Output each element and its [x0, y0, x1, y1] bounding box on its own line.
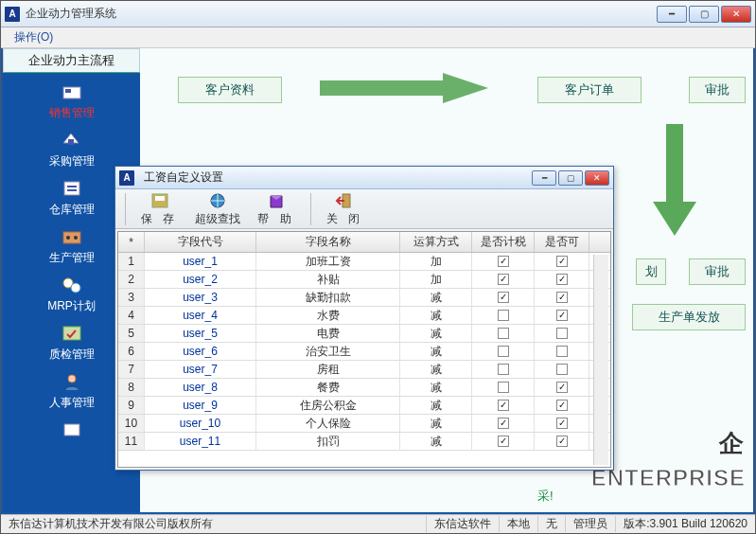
- cell-calc[interactable]: 减: [400, 361, 472, 378]
- cell-tax[interactable]: [472, 379, 535, 396]
- cell-calc[interactable]: 加: [400, 271, 472, 288]
- cell-enable[interactable]: [535, 379, 589, 396]
- checkbox-enable[interactable]: [556, 436, 568, 447]
- cell-enable[interactable]: [535, 433, 589, 450]
- cell-enable[interactable]: [535, 397, 589, 414]
- cell-calc[interactable]: 减: [400, 397, 472, 414]
- cell-name[interactable]: 房租: [256, 361, 400, 378]
- cell-name[interactable]: 个人保险: [256, 415, 400, 432]
- table-row[interactable]: 4user_4水费减: [118, 307, 610, 325]
- cell-tax[interactable]: [472, 325, 535, 342]
- checkbox-enable[interactable]: [556, 364, 568, 375]
- table-row[interactable]: 2user_2补贴加: [118, 271, 610, 289]
- close-toolbar-button[interactable]: 关 闭: [323, 189, 367, 229]
- checkbox-tax[interactable]: [498, 328, 509, 339]
- checkbox-tax[interactable]: [498, 274, 509, 285]
- checkbox-enable[interactable]: [556, 292, 568, 303]
- cell-enable[interactable]: [535, 361, 589, 378]
- checkbox-tax[interactable]: [498, 418, 509, 429]
- bg-box-prod-release[interactable]: 生产单发放: [632, 304, 746, 330]
- cell-calc[interactable]: 减: [400, 415, 472, 432]
- checkbox-enable[interactable]: [556, 400, 568, 411]
- cell-tax[interactable]: [472, 343, 535, 360]
- cell-calc[interactable]: 减: [400, 433, 472, 450]
- cell-calc[interactable]: 减: [400, 325, 472, 342]
- cell-name[interactable]: 住房公积金: [256, 397, 400, 414]
- table-row[interactable]: 5user_5电费减: [118, 325, 610, 343]
- cell-enable[interactable]: [535, 271, 589, 288]
- checkbox-tax[interactable]: [498, 346, 509, 357]
- cell-calc[interactable]: 减: [400, 343, 472, 360]
- cell-name[interactable]: 加班工资: [256, 253, 400, 270]
- dialog-minimize-button[interactable]: ━: [532, 170, 556, 186]
- cell-code[interactable]: user_8: [145, 379, 256, 396]
- dialog-close-button[interactable]: ✕: [585, 170, 609, 186]
- checkbox-tax[interactable]: [498, 382, 509, 393]
- checkbox-tax[interactable]: [498, 256, 509, 267]
- minimize-button[interactable]: ━: [657, 6, 687, 23]
- cell-enable[interactable]: [535, 307, 589, 324]
- cell-name[interactable]: 治安卫生: [256, 343, 400, 360]
- cell-name[interactable]: 缺勤扣款: [256, 289, 400, 306]
- cell-name[interactable]: 补贴: [256, 271, 400, 288]
- cell-calc[interactable]: 减: [400, 379, 472, 396]
- table-row[interactable]: 7user_7房租减: [118, 361, 610, 379]
- cell-tax[interactable]: [472, 415, 535, 432]
- table-row[interactable]: 3user_3缺勤扣款减: [118, 289, 610, 307]
- bg-box-approve2[interactable]: 审批: [689, 258, 746, 285]
- dialog-maximize-button[interactable]: ▢: [558, 170, 583, 186]
- col-name[interactable]: 字段名称: [256, 232, 400, 252]
- bg-box-approve[interactable]: 审批: [689, 77, 746, 103]
- cell-name[interactable]: 水费: [256, 307, 400, 324]
- checkbox-tax[interactable]: [498, 400, 509, 411]
- cell-code[interactable]: user_3: [145, 289, 256, 306]
- sidebar-item-1[interactable]: 采购管理: [3, 129, 140, 169]
- checkbox-tax[interactable]: [498, 310, 509, 321]
- cell-name[interactable]: 餐费: [256, 379, 400, 396]
- cell-enable[interactable]: [535, 415, 589, 432]
- cell-tax[interactable]: [472, 253, 535, 270]
- cell-code[interactable]: user_10: [145, 415, 256, 432]
- cell-code[interactable]: user_5: [145, 325, 256, 342]
- dialog-titlebar[interactable]: A 工资自定义设置 ━ ▢ ✕: [115, 167, 613, 189]
- table-row[interactable]: 11user_11扣罚减: [118, 433, 610, 451]
- cell-code[interactable]: user_11: [145, 433, 256, 450]
- cell-name[interactable]: 扣罚: [256, 433, 400, 450]
- cell-code[interactable]: user_2: [145, 271, 256, 288]
- table-row[interactable]: 1user_1加班工资加: [118, 253, 610, 271]
- help-button[interactable]: 帮 助: [254, 189, 298, 229]
- cell-calc[interactable]: 减: [400, 289, 472, 306]
- cell-tax[interactable]: [472, 397, 535, 414]
- bg-box-order[interactable]: 客户订单: [537, 77, 642, 103]
- cell-calc[interactable]: 加: [400, 253, 472, 270]
- cell-calc[interactable]: 减: [400, 307, 472, 324]
- table-row[interactable]: 9user_9住房公积金减: [118, 397, 610, 415]
- cell-tax[interactable]: [472, 289, 535, 306]
- cell-code[interactable]: user_9: [145, 397, 256, 414]
- checkbox-enable[interactable]: [556, 256, 568, 267]
- checkbox-enable[interactable]: [556, 310, 568, 321]
- checkbox-tax[interactable]: [498, 292, 509, 303]
- table-row[interactable]: 8user_8餐费减: [118, 379, 610, 397]
- cell-tax[interactable]: [472, 361, 535, 378]
- checkbox-enable[interactable]: [556, 328, 568, 339]
- cell-tax[interactable]: [472, 307, 535, 324]
- maximize-button[interactable]: ▢: [689, 6, 719, 23]
- sidebar-item-0[interactable]: 销售管理: [3, 80, 140, 121]
- table-row[interactable]: 10user_10个人保险减: [118, 415, 610, 433]
- vertical-scrollbar[interactable]: [593, 255, 608, 465]
- col-enable[interactable]: 是否可: [535, 232, 589, 252]
- cell-enable[interactable]: [535, 343, 589, 360]
- table-row[interactable]: 6user_6治安卫生减: [118, 343, 610, 361]
- col-code[interactable]: 字段代号: [145, 232, 256, 252]
- checkbox-enable[interactable]: [556, 382, 568, 393]
- cell-tax[interactable]: [472, 433, 535, 450]
- cell-enable[interactable]: [535, 325, 589, 342]
- checkbox-enable[interactable]: [556, 274, 568, 285]
- close-button[interactable]: ✕: [721, 6, 751, 23]
- cell-code[interactable]: user_1: [145, 253, 256, 270]
- cell-enable[interactable]: [535, 289, 589, 306]
- cell-name[interactable]: 电费: [256, 325, 400, 342]
- checkbox-tax[interactable]: [498, 364, 509, 375]
- col-tax[interactable]: 是否计税: [472, 232, 535, 252]
